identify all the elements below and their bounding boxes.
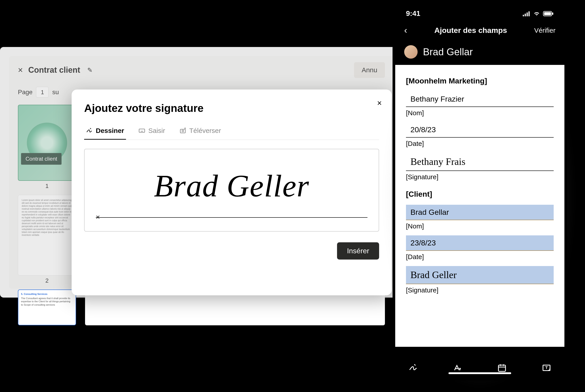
phone-s2-date-input[interactable]: 23/8/23 (406, 236, 554, 251)
thumbnail-sidebar: Contrat client 1 Lorem ipsum dolor sit a… (18, 105, 76, 325)
phone-s2-signature-input[interactable]: Brad Geller (406, 266, 554, 284)
phone-s1-name-label: [Nom] (406, 109, 554, 117)
signature-tabs: Dessiner Saisir Téléverser (84, 123, 379, 140)
battery-icon (543, 11, 554, 16)
toolbar-textbox-icon[interactable] (541, 362, 552, 373)
thumbnail-2-number: 2 (18, 277, 76, 284)
svg-rect-12 (552, 12, 553, 14)
signature-modal: × Ajoutez votre signature Dessiner Saisi… (72, 90, 392, 295)
thumbnail-1-label: Contrat client (21, 153, 62, 165)
phone-bottom-toolbar (395, 356, 564, 378)
modal-title: Ajoutez votre signature (84, 102, 379, 114)
phone-section-1: [Moonhelm Marketing] (406, 76, 554, 85)
svg-rect-13 (498, 365, 506, 372)
phone-user-header: Brad Gellar (395, 41, 564, 65)
thumbnail-1-number: 1 (18, 182, 76, 190)
signature-canvas[interactable]: × Brad Geller (84, 149, 379, 232)
phone-s2-name-input[interactable]: Brad Gellar (406, 205, 554, 220)
status-bar: 9:41 (395, 5, 564, 20)
signature-baseline (96, 217, 368, 218)
phone-s2-name-label: [Nom] (406, 222, 554, 230)
page-number-input[interactable] (36, 87, 48, 98)
insert-button[interactable]: Insérer (337, 242, 379, 260)
toolbar-text-icon[interactable] (452, 362, 463, 373)
tab-upload[interactable]: Téléverser (178, 123, 223, 140)
toolbar-signature-icon[interactable] (408, 362, 418, 373)
phone-form-body: [Moonhelm Marketing] Bethany Frazier [No… (395, 65, 564, 347)
svg-rect-8 (526, 12, 528, 16)
edit-icon[interactable]: ✎ (87, 66, 92, 74)
signal-icon (523, 11, 530, 16)
phone-s1-signature-label: [Signature] (406, 173, 554, 181)
avatar (404, 45, 418, 58)
phone-s1-name-input[interactable]: Bethany Frazier (406, 92, 554, 107)
phone-nav-bar: ‹ Ajouter des champs Vérifier (395, 20, 564, 41)
thumbnail-1[interactable]: Contrat client (18, 105, 76, 181)
cancel-button[interactable]: Annu (354, 62, 385, 78)
phone-s1-date-input[interactable]: 20/8/23 (406, 122, 554, 138)
phone-s1-signature-input[interactable]: Bethany Frais (406, 153, 554, 171)
tab-draw[interactable]: Dessiner (84, 123, 126, 140)
phone-nav-title: Ajouter des champs (434, 26, 507, 35)
phone-s2-signature-label: [Signature] (406, 286, 554, 294)
tab-type[interactable]: Saisir (137, 123, 167, 140)
drawn-signature: Brad Geller (154, 168, 310, 204)
thumbnail-3[interactable]: 5. Consulting Services The Consultant ag… (18, 290, 76, 325)
phone-user-name: Brad Gellar (423, 46, 473, 58)
phone-s1-date-label: [Date] (406, 140, 554, 148)
svg-rect-7 (525, 14, 526, 16)
svg-point-5 (182, 130, 184, 132)
verify-button[interactable]: Vérifier (534, 27, 556, 34)
close-icon[interactable]: × (18, 65, 23, 75)
phone-section-2: [Client] (406, 190, 554, 198)
toolbar-date-icon[interactable] (496, 362, 507, 373)
home-indicator[interactable] (448, 372, 511, 374)
modal-close-icon[interactable]: × (377, 98, 382, 108)
draw-icon (86, 127, 93, 134)
camera-upload-icon (180, 127, 186, 134)
page-title: Contrat client (28, 65, 80, 75)
keyboard-icon (138, 127, 145, 134)
phone-frame: 9:41 ‹ Ajouter des champs Vérifier Brad … (392, 2, 567, 380)
svg-rect-11 (544, 12, 551, 15)
back-icon[interactable]: ‹ (404, 25, 407, 35)
desktop-header: × Contrat client ✎ Annu (9, 56, 394, 84)
svg-rect-3 (139, 129, 144, 132)
svg-rect-6 (523, 15, 524, 16)
svg-rect-4 (180, 129, 186, 133)
status-time: 9:41 (406, 10, 420, 18)
page-of-label: su (52, 88, 59, 96)
page-label: Page (18, 88, 32, 96)
phone-s2-date-label: [Date] (406, 253, 554, 261)
svg-rect-9 (528, 11, 530, 16)
thumbnail-2[interactable]: Lorem ipsum dolor sit amet consectetur a… (18, 195, 76, 276)
wifi-icon (533, 11, 540, 16)
